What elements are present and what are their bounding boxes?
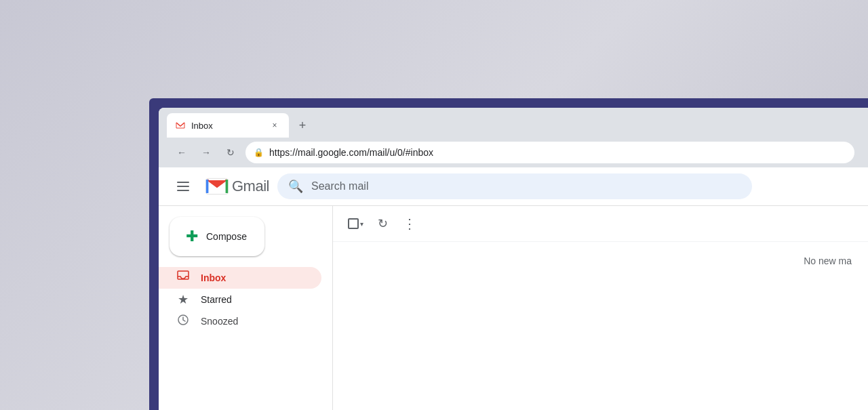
svg-rect-2 bbox=[206, 180, 209, 193]
gmail-app: Gmail 🔍 Search mail ✚ Compose bbox=[159, 167, 868, 410]
search-bar[interactable]: 🔍 Search mail bbox=[277, 173, 752, 199]
inbox-label: Inbox bbox=[201, 272, 226, 283]
star-icon: ★ bbox=[176, 292, 190, 307]
browser-chrome: Inbox × + ← → ↻ 🔒 https://mail.google.co… bbox=[159, 108, 868, 167]
url-text: https://mail.google.com/mail/u/0/#inbox bbox=[269, 147, 433, 158]
sidebar-item-inbox[interactable]: Inbox bbox=[159, 267, 321, 289]
refresh-button[interactable]: ↻ bbox=[221, 143, 240, 162]
snoozed-icon bbox=[176, 313, 190, 329]
snoozed-label: Snoozed bbox=[201, 316, 238, 327]
gmail-header: Gmail 🔍 Search mail bbox=[159, 167, 868, 206]
hamburger-line-3 bbox=[177, 190, 189, 191]
compose-plus-icon: ✚ bbox=[186, 228, 198, 245]
compose-label: Compose bbox=[206, 231, 247, 242]
monitor-frame: Inbox × + ← → ↻ 🔒 https://mail.google.co… bbox=[149, 98, 868, 410]
more-icon: ⋮ bbox=[403, 216, 416, 232]
checkbox-icon bbox=[348, 218, 359, 229]
refresh-toolbar-button[interactable]: ↻ bbox=[370, 211, 395, 236]
sidebar-item-starred[interactable]: ★ Starred bbox=[159, 289, 321, 310]
inbox-icon bbox=[176, 270, 190, 287]
gmail-favicon-icon bbox=[175, 120, 186, 131]
select-dropdown-icon: ▾ bbox=[360, 220, 363, 228]
new-tab-button[interactable]: + bbox=[292, 115, 313, 136]
refresh-icon: ↻ bbox=[378, 216, 388, 231]
tab-title: Inbox bbox=[191, 121, 263, 131]
gmail-main-content: ▾ ↻ ⋮ No new ma bbox=[332, 206, 868, 410]
search-placeholder-text: Search mail bbox=[311, 180, 368, 192]
gmail-m-icon bbox=[205, 174, 229, 199]
svg-rect-3 bbox=[226, 180, 229, 193]
hamburger-line-1 bbox=[177, 182, 189, 183]
main-toolbar: ▾ ↻ ⋮ bbox=[333, 206, 868, 242]
address-bar-row: ← → ↻ 🔒 https://mail.google.com/mail/u/0… bbox=[167, 138, 860, 167]
gmail-logo[interactable]: Gmail bbox=[205, 174, 269, 199]
svg-rect-4 bbox=[178, 271, 189, 279]
back-button[interactable]: ← bbox=[172, 143, 191, 162]
tab-bar: Inbox × + bbox=[167, 113, 860, 138]
compose-button[interactable]: ✚ Compose bbox=[170, 217, 264, 256]
browser-window: Inbox × + ← → ↻ 🔒 https://mail.google.co… bbox=[159, 108, 868, 410]
starred-label: Starred bbox=[201, 294, 232, 305]
desktop-background: Inbox × + ← → ↻ 🔒 https://mail.google.co… bbox=[0, 0, 868, 410]
more-options-button[interactable]: ⋮ bbox=[397, 211, 422, 236]
sidebar-item-snoozed[interactable]: Snoozed bbox=[159, 310, 321, 332]
lock-icon: 🔒 bbox=[254, 148, 264, 157]
empty-inbox-message: No new ma bbox=[333, 242, 868, 410]
forward-button[interactable]: → bbox=[197, 143, 216, 162]
select-all-checkbox[interactable]: ▾ bbox=[344, 216, 368, 232]
gmail-body: ✚ Compose Inb bbox=[159, 206, 868, 410]
hamburger-line-2 bbox=[177, 186, 189, 187]
gmail-sidebar: ✚ Compose Inb bbox=[159, 206, 332, 410]
browser-tab-inbox[interactable]: Inbox × bbox=[167, 113, 289, 138]
hamburger-menu-button[interactable] bbox=[170, 173, 197, 200]
address-bar[interactable]: 🔒 https://mail.google.com/mail/u/0/#inbo… bbox=[245, 142, 854, 163]
tab-close-button[interactable]: × bbox=[269, 119, 281, 131]
empty-message-text: No new ma bbox=[804, 255, 852, 266]
gmail-logo-text: Gmail bbox=[232, 178, 269, 195]
search-icon: 🔍 bbox=[288, 179, 303, 194]
